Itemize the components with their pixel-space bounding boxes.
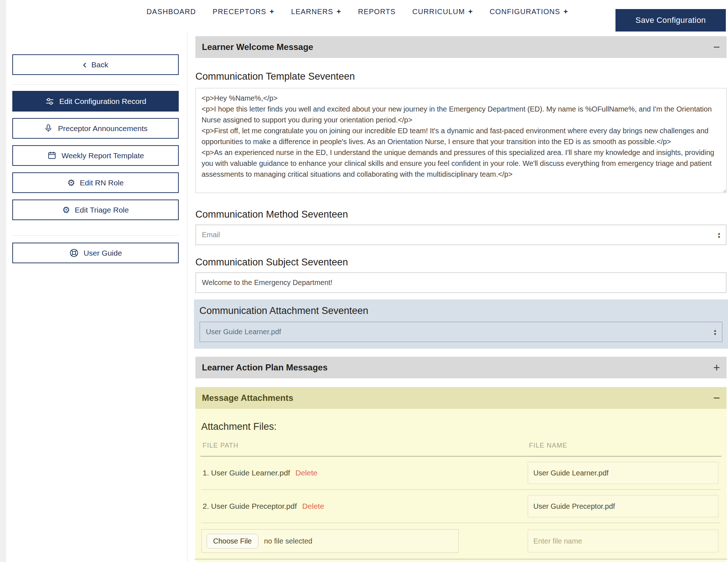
select-arrows-icon: ▴ ▾ bbox=[714, 328, 716, 336]
top-nav: DASHBOARD PRECEPTORS + LEARNERS + REPORT… bbox=[6, 0, 728, 33]
gear-icon: ⚙︎ bbox=[62, 206, 70, 214]
communication-attachment-select[interactable]: User Guide Learner.pdf ▴ ▾ bbox=[199, 322, 723, 342]
sidebar-item-label: Weekly Report Template bbox=[62, 151, 144, 160]
section-title: Learner Action Plan Messages bbox=[202, 362, 327, 373]
sidebar-divider bbox=[12, 235, 179, 236]
nav-label: LEARNERS bbox=[291, 8, 333, 16]
section-title: Message Attachments bbox=[202, 393, 293, 403]
sidebar-item-preceptor-announcements[interactable]: Preceptor Announcements bbox=[12, 118, 179, 139]
new-file-name-input[interactable] bbox=[528, 529, 719, 553]
communication-subject-input[interactable] bbox=[195, 272, 727, 293]
selected-attachment-value: User Guide Learner.pdf bbox=[206, 328, 281, 336]
column-header-file-name: FILE NAME bbox=[528, 442, 721, 449]
back-label: Back bbox=[91, 60, 108, 69]
sidebar-item-label: Edit RN Role bbox=[80, 179, 124, 187]
content-divider-line bbox=[187, 33, 187, 562]
sidebar-item-label: Edit Triage Role bbox=[75, 206, 129, 214]
calendar-icon bbox=[47, 151, 57, 160]
choose-file-button[interactable]: Choose File bbox=[207, 534, 258, 549]
file-name-input[interactable] bbox=[528, 495, 719, 517]
delete-link[interactable]: Delete bbox=[296, 469, 318, 477]
back-button[interactable]: ‹ Back bbox=[12, 54, 179, 75]
nav-label: DASHBOARD bbox=[147, 8, 196, 16]
sidebar-item-edit-configuration-record[interactable]: Edit Configuration Record bbox=[12, 91, 179, 112]
attachment-files-label: Attachment Files: bbox=[201, 421, 721, 432]
arrow-down-icon: ▾ bbox=[718, 235, 720, 239]
no-file-selected-text: no file selected bbox=[264, 537, 312, 545]
chevron-left-icon: ‹ bbox=[83, 60, 87, 68]
main-content: Learner Welcome Message − Communication … bbox=[195, 36, 727, 562]
sidebar-item-label: User Guide bbox=[84, 249, 122, 257]
section-title: Learner Welcome Message bbox=[202, 42, 313, 52]
microphone-icon bbox=[43, 123, 53, 133]
subject-label: Communication Subject Seventeen bbox=[195, 257, 727, 268]
collapse-icon[interactable]: − bbox=[713, 41, 720, 54]
sidebar-item-label: Edit Configuration Record bbox=[59, 97, 146, 106]
nav-label: REPORTS bbox=[358, 8, 395, 16]
sidebar: ‹ Back Edit Configuration Record Precept… bbox=[12, 54, 179, 263]
nav-item-reports[interactable]: REPORTS bbox=[358, 8, 395, 16]
arrow-down-icon: ▾ bbox=[714, 332, 716, 336]
file-path-text: 2. User Guide Preceptor.pdf bbox=[203, 502, 297, 510]
nav-label: CURRICULUM bbox=[412, 8, 465, 16]
nav-label: CONFIGURATIONS bbox=[490, 8, 560, 16]
attachment-label: Communication Attachment Seventeen bbox=[199, 305, 723, 316]
collapse-icon[interactable]: − bbox=[713, 391, 720, 405]
nav-item-learners[interactable]: LEARNERS + bbox=[291, 7, 341, 16]
table-row: 1. User Guide Learner.pdf Delete bbox=[201, 457, 721, 489]
sliders-icon bbox=[45, 96, 55, 106]
gear-icon: ⚙︎ bbox=[67, 179, 75, 187]
sidebar-divider bbox=[12, 84, 179, 85]
nav-items: DASHBOARD PRECEPTORS + LEARNERS + REPORT… bbox=[147, 7, 568, 16]
selected-method-value: Email bbox=[202, 231, 220, 239]
communication-method-select[interactable]: Email ▴ ▾ bbox=[195, 225, 727, 245]
file-path-cell: 1. User Guide Learner.pdf Delete bbox=[201, 469, 528, 477]
lifebuoy-icon bbox=[69, 248, 79, 258]
section-header-learner-welcome-message[interactable]: Learner Welcome Message − bbox=[195, 36, 727, 58]
sidebar-item-edit-rn-role[interactable]: ⚙︎ Edit RN Role bbox=[12, 172, 179, 193]
section-header-message-attachments[interactable]: Message Attachments − bbox=[195, 387, 727, 409]
attachment-table-header: FILE PATH FILE NAME bbox=[201, 442, 721, 449]
method-label: Communication Method Seventeen bbox=[195, 209, 727, 220]
plus-icon: + bbox=[468, 7, 473, 16]
template-label: Communication Template Seventeen bbox=[195, 71, 727, 82]
file-upload-field[interactable]: Choose File no file selected bbox=[201, 529, 459, 553]
column-header-file-path: FILE PATH bbox=[201, 442, 528, 449]
message-attachments-section: Message Attachments − Attachment Files: … bbox=[195, 387, 727, 562]
file-path-text: 1. User Guide Learner.pdf bbox=[203, 469, 290, 477]
sidebar-item-weekly-report-template[interactable]: Weekly Report Template bbox=[12, 145, 179, 166]
expand-icon[interactable]: + bbox=[713, 361, 720, 374]
plus-icon: + bbox=[270, 7, 274, 16]
file-path-cell: 2. User Guide Preceptor.pdf Delete bbox=[201, 502, 528, 511]
upload-row: Choose File no file selected bbox=[201, 523, 721, 559]
section-header-learner-action-plan-messages[interactable]: Learner Action Plan Messages + bbox=[195, 357, 727, 378]
sidebar-item-user-guide[interactable]: User Guide bbox=[12, 243, 179, 263]
file-name-input[interactable] bbox=[528, 462, 719, 484]
sidebar-item-edit-triage-role[interactable]: ⚙︎ Edit Triage Role bbox=[12, 200, 179, 220]
table-row: 2. User Guide Preceptor.pdf Delete bbox=[201, 489, 721, 523]
communication-template-textarea[interactable]: <p>Hey %Name%,</p> <p>I hope this letter… bbox=[195, 88, 727, 193]
nav-item-curriculum[interactable]: CURRICULUM + bbox=[412, 7, 473, 16]
section-bottom-rule bbox=[195, 559, 727, 559]
sidebar-item-label: Preceptor Announcements bbox=[58, 124, 148, 133]
nav-item-preceptors[interactable]: PRECEPTORS + bbox=[213, 7, 275, 16]
plus-icon: + bbox=[563, 7, 568, 16]
attachment-files-body: Attachment Files: FILE PATH FILE NAME 1.… bbox=[195, 409, 727, 559]
plus-icon: + bbox=[337, 7, 341, 16]
nav-item-dashboard[interactable]: DASHBOARD bbox=[147, 8, 196, 16]
select-arrows-icon: ▴ ▾ bbox=[718, 231, 720, 239]
save-configuration-button[interactable]: Save Configuration bbox=[615, 9, 726, 32]
nav-item-configurations[interactable]: CONFIGURATIONS + bbox=[490, 7, 568, 16]
nav-label: PRECEPTORS bbox=[213, 8, 266, 16]
communication-attachment-section: Communication Attachment Seventeen User … bbox=[194, 299, 728, 349]
delete-link[interactable]: Delete bbox=[302, 502, 324, 510]
